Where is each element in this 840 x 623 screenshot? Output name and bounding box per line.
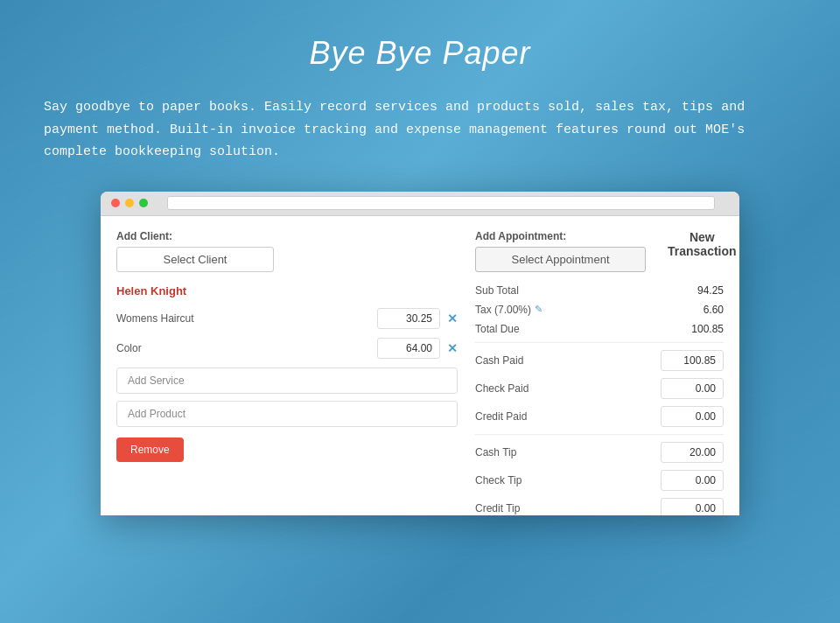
check-paid-row: Check Paid — [475, 378, 724, 399]
select-appointment-button[interactable]: Select Appointment — [475, 247, 646, 272]
select-client-button[interactable]: Select Client — [116, 247, 274, 272]
check-tip-row: Check Tip — [475, 470, 724, 491]
client-name: Helen Knight — [116, 284, 458, 298]
credit-tip-label: Credit Tip — [475, 502, 520, 514]
maximize-dot[interactable] — [139, 199, 148, 207]
total-due-label: Total Due — [475, 323, 520, 335]
credit-paid-input[interactable] — [661, 406, 724, 427]
sub-total-label: Sub Total — [475, 284, 519, 297]
tax-value: 6.60 — [704, 304, 724, 316]
cash-tip-row: Cash Tip — [475, 442, 724, 463]
credit-paid-label: Credit Paid — [475, 410, 527, 423]
cash-tip-input[interactable] — [661, 442, 724, 463]
sub-total-value: 94.25 — [697, 284, 724, 297]
new-transaction-title: New Transaction — [668, 230, 737, 258]
service-amount-2[interactable] — [377, 338, 440, 359]
add-client-label: Add Client: — [116, 230, 458, 242]
remove-button[interactable]: Remove — [116, 438, 184, 462]
main-area: Helen Knight Womens Haircut ✕ Color ✕ — [116, 284, 724, 515]
credit-tip-row: Credit Tip — [475, 498, 724, 515]
add-appointment-label: Add Appointment: — [475, 230, 650, 242]
app-main-content: Add Client: Select Client Add Appointmen… — [101, 216, 739, 515]
divider-2 — [475, 434, 724, 435]
browser-titlebar — [101, 192, 739, 216]
service-row-2: Color ✕ — [116, 338, 458, 359]
service-name-2: Color — [116, 342, 370, 354]
cash-tip-label: Cash Tip — [475, 446, 516, 458]
tax-edit-icon[interactable]: ✎ — [535, 304, 542, 315]
page-title: Bye Bye Paper — [309, 35, 530, 72]
check-paid-input[interactable] — [661, 378, 724, 399]
page-content: Bye Bye Paper Say goodbye to paper books… — [0, 0, 840, 515]
sub-total-row: Sub Total 94.25 — [475, 284, 724, 297]
check-tip-input[interactable] — [661, 470, 724, 491]
cash-paid-row: Cash Paid — [475, 350, 724, 371]
app-body: Add Client: Select Client Add Appointmen… — [101, 216, 739, 515]
remove-service-1-icon[interactable]: ✕ — [447, 312, 458, 326]
total-due-value: 100.85 — [691, 323, 724, 335]
credit-tip-input[interactable] — [661, 498, 724, 515]
service-row: Womens Haircut ✕ — [116, 308, 458, 329]
cash-paid-input[interactable] — [661, 350, 724, 371]
add-product-button[interactable]: Add Product — [116, 401, 458, 427]
cash-paid-label: Cash Paid — [475, 354, 523, 367]
check-paid-label: Check Paid — [475, 382, 528, 395]
service-name-1: Womens Haircut — [116, 312, 370, 325]
right-panel: Sub Total 94.25 Tax (7.00%) ✎ 6.60 Total… — [475, 284, 724, 515]
new-transaction-header-section: New Transaction — [668, 230, 737, 272]
service-amount-1[interactable] — [377, 308, 440, 329]
credit-paid-row: Credit Paid — [475, 406, 724, 427]
add-service-button[interactable]: Add Service — [116, 368, 458, 394]
minimize-dot[interactable] — [125, 199, 134, 207]
remove-service-2-icon[interactable]: ✕ — [447, 341, 458, 355]
tax-label: Tax (7.00%) ✎ — [475, 304, 542, 316]
add-appointment-section: Add Appointment: Select Appointment — [475, 230, 650, 272]
check-tip-label: Check Tip — [475, 474, 522, 486]
page-description: Say goodbye to paper books. Easily recor… — [44, 96, 796, 164]
tax-row: Tax (7.00%) ✎ 6.60 — [475, 304, 724, 316]
divider-1 — [475, 342, 724, 343]
header-fields: Add Client: Select Client Add Appointmen… — [116, 230, 724, 272]
left-panel: Helen Knight Womens Haircut ✕ Color ✕ — [116, 284, 458, 515]
url-bar[interactable] — [167, 196, 715, 210]
browser-mockup: Add Client: Select Client Add Appointmen… — [101, 192, 739, 515]
add-client-section: Add Client: Select Client — [116, 230, 458, 272]
total-due-row: Total Due 100.85 — [475, 323, 724, 335]
close-dot[interactable] — [111, 199, 120, 207]
